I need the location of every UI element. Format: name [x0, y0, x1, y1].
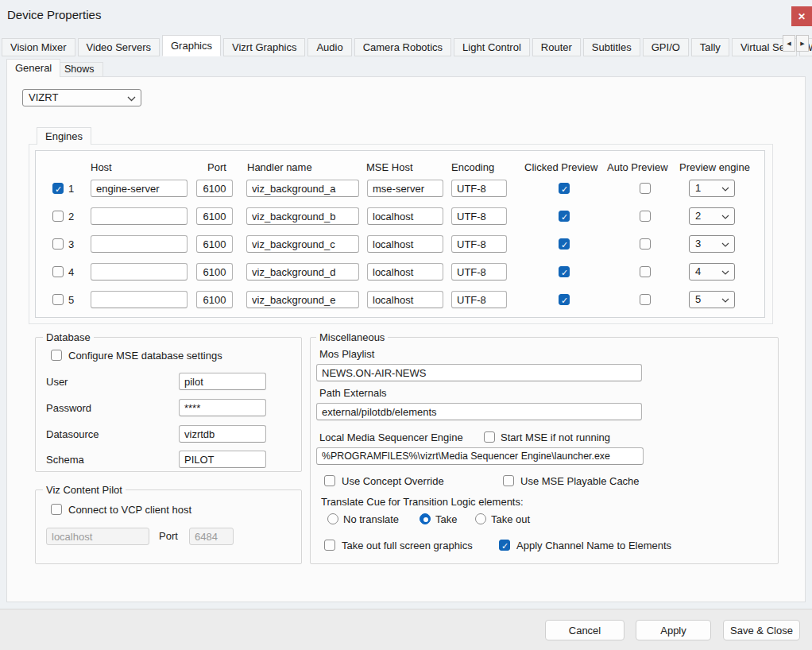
tab-general[interactable]: General	[6, 59, 60, 77]
preview-engine-select[interactable]: 5	[689, 291, 735, 308]
port-input[interactable]	[196, 263, 233, 281]
path-externals-input[interactable]	[316, 403, 642, 420]
mos-playlist-label: Mos Playlist	[319, 348, 374, 360]
tab-vision-mixer[interactable]: Vision Mixer	[2, 38, 75, 56]
schema-input[interactable]	[179, 451, 266, 468]
use-mse-playable-cache-checkbox[interactable]	[503, 475, 514, 486]
encoding-input[interactable]	[451, 235, 507, 253]
configure-mse-db-checkbox[interactable]	[51, 350, 62, 361]
datasource-input[interactable]	[179, 425, 266, 443]
column-header-encoding: Encoding	[451, 161, 494, 173]
engine-enabled-checkbox[interactable]	[52, 183, 64, 194]
clicked-preview-checkbox[interactable]	[559, 211, 570, 222]
tab-shows[interactable]: Shows	[56, 62, 103, 76]
encoding-input[interactable]	[451, 180, 507, 197]
handler-name-input[interactable]	[246, 291, 359, 308]
host-input[interactable]	[91, 235, 188, 253]
auto-preview-checkbox[interactable]	[640, 238, 651, 250]
port-input[interactable]	[196, 291, 233, 308]
column-header-preview-engine: Preview engine	[679, 161, 750, 173]
renderer-select[interactable]: VIZRT	[22, 89, 141, 106]
host-input[interactable]	[91, 263, 188, 281]
take-out-radio[interactable]	[475, 513, 486, 524]
database-group-legend: Database	[43, 331, 94, 343]
mse-host-input[interactable]	[367, 207, 443, 225]
mse-host-input[interactable]	[367, 235, 443, 253]
start-mse-label: Start MSE if not running	[501, 431, 610, 443]
clicked-preview-checkbox[interactable]	[559, 183, 570, 194]
auto-preview-checkbox[interactable]	[640, 266, 651, 277]
handler-name-input[interactable]	[246, 263, 359, 281]
password-input[interactable]	[179, 399, 266, 416]
vcp-port-input[interactable]	[189, 528, 234, 545]
take-label: Take	[435, 513, 457, 525]
handler-name-input[interactable]	[246, 235, 359, 253]
engine-enabled-checkbox[interactable]	[52, 266, 64, 277]
tab-video-servers[interactable]: Video Servers	[78, 38, 160, 56]
handler-name-input[interactable]	[246, 180, 359, 197]
use-concept-override-checkbox[interactable]	[324, 475, 335, 486]
host-input[interactable]	[91, 180, 188, 197]
tab-camera-robotics[interactable]: Camera Robotics	[354, 38, 451, 56]
port-input[interactable]	[196, 207, 233, 225]
column-header-mse-host: MSE Host	[366, 161, 413, 173]
save-close-button[interactable]: Save & Close	[723, 620, 800, 640]
tab-tally[interactable]: Tally	[691, 38, 729, 56]
preview-engine-select[interactable]: 3	[689, 235, 735, 253]
preview-engine-value: 3	[695, 238, 701, 250]
preview-engine-select[interactable]: 4	[689, 263, 735, 281]
connect-vcp-label: Connect to VCP client host	[68, 504, 191, 516]
cancel-button[interactable]: Cancel	[545, 620, 624, 640]
tab-subtitles[interactable]: Subtitles	[583, 38, 640, 56]
take-radio[interactable]	[420, 513, 431, 524]
engine-enabled-checkbox[interactable]	[52, 238, 64, 250]
auto-preview-checkbox[interactable]	[640, 211, 651, 222]
tab-light-control[interactable]: Light Control	[454, 38, 530, 56]
tab-gpio[interactable]: GPI/O	[643, 38, 689, 56]
auto-preview-checkbox[interactable]	[640, 183, 651, 194]
preview-engine-select[interactable]: 1	[689, 180, 735, 197]
connect-vcp-checkbox[interactable]	[51, 504, 62, 515]
mse-host-input[interactable]	[367, 180, 443, 197]
tab-vizrt-graphics[interactable]: Vizrt Graphics	[223, 38, 305, 56]
start-mse-checkbox[interactable]	[484, 431, 495, 443]
engine-enabled-checkbox[interactable]	[52, 294, 64, 305]
clicked-preview-checkbox[interactable]	[559, 294, 570, 305]
encoding-input[interactable]	[451, 291, 507, 308]
take-out-fullscreen-label: Take out full screen graphics	[342, 540, 473, 551]
mos-playlist-input[interactable]	[316, 364, 642, 381]
user-input[interactable]	[179, 373, 266, 390]
clicked-preview-checkbox[interactable]	[559, 266, 570, 277]
tab-audio[interactable]: Audio	[307, 38, 351, 56]
viz-content-pilot-group	[35, 489, 302, 564]
encoding-input[interactable]	[451, 207, 507, 225]
tab-graphics[interactable]: Graphics	[162, 35, 221, 56]
tab-scroll-left-button[interactable]: ◀	[783, 35, 795, 52]
schema-label: Schema	[46, 454, 84, 466]
apply-button[interactable]: Apply	[636, 620, 711, 640]
apply-channel-name-label: Apply Channel Name to Elements	[516, 540, 671, 551]
tab-router[interactable]: Router	[532, 38, 581, 56]
no-translate-radio[interactable]	[327, 513, 338, 524]
mse-host-input[interactable]	[367, 291, 443, 308]
host-input[interactable]	[91, 207, 188, 225]
encoding-input[interactable]	[451, 263, 507, 281]
tab-scroll-right-button[interactable]: ▶	[796, 35, 809, 52]
handler-name-input[interactable]	[246, 207, 359, 225]
column-header-auto-preview: Auto Preview	[607, 161, 668, 173]
tab-engines[interactable]: Engines	[37, 127, 91, 145]
close-button[interactable]: ✕	[791, 6, 812, 26]
auto-preview-checkbox[interactable]	[640, 294, 651, 305]
apply-channel-name-checkbox[interactable]	[499, 540, 510, 551]
take-out-fullscreen-checkbox[interactable]	[324, 540, 335, 551]
vcp-host-input[interactable]	[46, 528, 149, 545]
scroll-left-icon: ◀	[787, 41, 791, 47]
engine-enabled-checkbox[interactable]	[52, 211, 64, 222]
port-input[interactable]	[196, 180, 233, 197]
preview-engine-select[interactable]: 2	[689, 207, 735, 225]
mse-launcher-path-input[interactable]	[316, 447, 644, 465]
host-input[interactable]	[91, 291, 188, 308]
port-input[interactable]	[196, 235, 233, 253]
mse-host-input[interactable]	[367, 263, 443, 281]
clicked-preview-checkbox[interactable]	[559, 238, 570, 250]
